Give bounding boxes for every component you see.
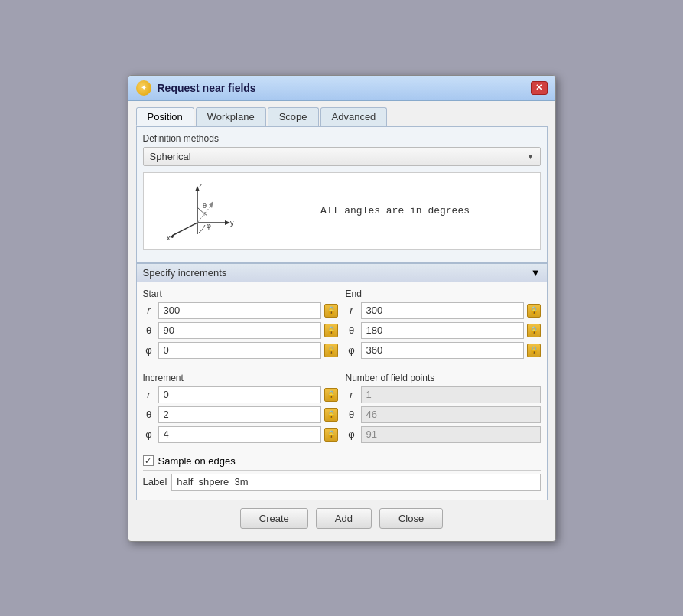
close-window-button[interactable]: ✕ bbox=[531, 81, 548, 95]
end-phi-input[interactable] bbox=[361, 342, 524, 359]
definition-dropdown-container: Spherical Cartesian Cylindrical ▼ bbox=[143, 147, 541, 166]
field-points-column: Number of field points r θ φ bbox=[346, 373, 541, 446]
increment-column: Increment r 🔒 θ 🔒 φ 🔒 bbox=[143, 373, 338, 446]
fieldpoints-r-row: r bbox=[346, 386, 541, 403]
start-phi-input[interactable] bbox=[158, 342, 321, 359]
specify-increments-header[interactable]: Specify increments ▼ bbox=[136, 263, 548, 282]
increment-phi-input[interactable] bbox=[158, 426, 321, 443]
svg-text:z: z bbox=[199, 181, 203, 189]
fieldpoints-phi-symbol: φ bbox=[346, 429, 358, 440]
dialog-body: Position Workplane Scope Advanced Defini… bbox=[128, 101, 555, 541]
increment-r-lock-icon[interactable]: 🔒 bbox=[324, 388, 338, 402]
title-bar: ✦ Request near fields ✕ bbox=[128, 76, 555, 101]
start-phi-lock-icon[interactable]: 🔒 bbox=[324, 344, 338, 357]
diagram-note: All angles are in degrees bbox=[251, 205, 540, 217]
start-r-input[interactable] bbox=[158, 302, 321, 319]
end-theta-symbol: θ bbox=[346, 324, 358, 336]
button-row: Create Add Close bbox=[136, 500, 548, 533]
increment-theta-row: θ 🔒 bbox=[143, 406, 338, 423]
start-column: Start r 🔒 θ 🔒 φ 🔒 bbox=[143, 288, 338, 362]
tab-workplane[interactable]: Workplane bbox=[196, 107, 266, 126]
start-theta-row: θ 🔒 bbox=[143, 322, 338, 339]
tabs-container: Position Workplane Scope Advanced bbox=[136, 107, 548, 126]
title-bar-left: ✦ Request near fields bbox=[136, 80, 256, 96]
svg-text:r: r bbox=[203, 210, 206, 217]
start-r-symbol: r bbox=[143, 305, 155, 316]
fieldpoints-theta-symbol: θ bbox=[346, 409, 358, 420]
increment-r-symbol: r bbox=[143, 389, 155, 400]
label-row: Label bbox=[143, 470, 541, 494]
add-button[interactable]: Add bbox=[316, 508, 372, 529]
end-theta-row: θ 🔒 bbox=[346, 322, 541, 339]
svg-line-4 bbox=[172, 223, 197, 236]
increment-label: Increment bbox=[143, 373, 338, 383]
end-theta-lock-icon[interactable]: 🔒 bbox=[527, 324, 541, 337]
close-button[interactable]: Close bbox=[379, 508, 443, 529]
sample-on-edges-label: Sample on edges bbox=[158, 455, 236, 467]
increment-theta-input[interactable] bbox=[158, 406, 321, 423]
end-phi-symbol: φ bbox=[346, 344, 358, 356]
start-theta-symbol: θ bbox=[143, 324, 155, 336]
increment-fieldpoints-row: Increment r 🔒 θ 🔒 φ 🔒 bbox=[143, 373, 541, 446]
increments-body: Start r 🔒 θ 🔒 φ 🔒 bbox=[136, 282, 548, 500]
spherical-diagram: z y x θ φ r bbox=[144, 181, 251, 242]
increment-phi-symbol: φ bbox=[143, 429, 155, 440]
svg-marker-5 bbox=[170, 233, 175, 238]
sample-on-edges-row: Sample on edges bbox=[143, 451, 541, 470]
end-r-row: r 🔒 bbox=[346, 302, 541, 319]
dialog-icon: ✦ bbox=[136, 80, 151, 96]
increment-r-row: r 🔒 bbox=[143, 386, 338, 403]
end-label: End bbox=[346, 288, 541, 299]
end-r-symbol: r bbox=[346, 305, 358, 316]
start-theta-input[interactable] bbox=[158, 322, 321, 339]
label-key: Label bbox=[143, 476, 167, 487]
increment-phi-lock-icon[interactable]: 🔒 bbox=[324, 428, 338, 442]
start-r-lock-icon[interactable]: 🔒 bbox=[324, 304, 338, 318]
increments-chevron-icon: ▼ bbox=[531, 267, 541, 279]
end-theta-input[interactable] bbox=[361, 322, 524, 339]
label-input[interactable] bbox=[171, 474, 540, 491]
dialog-title: Request near fields bbox=[158, 82, 256, 94]
fieldpoints-r-input bbox=[361, 386, 541, 403]
definition-methods-label: Definition methods bbox=[143, 133, 541, 144]
field-points-label: Number of field points bbox=[346, 373, 541, 383]
start-phi-symbol: φ bbox=[143, 344, 155, 356]
request-near-fields-dialog: ✦ Request near fields ✕ Position Workpla… bbox=[128, 75, 556, 542]
svg-text:y: y bbox=[230, 219, 234, 227]
svg-text:φ: φ bbox=[207, 222, 211, 230]
fieldpoints-r-symbol: r bbox=[346, 389, 358, 400]
tab-advanced[interactable]: Advanced bbox=[320, 107, 388, 126]
increment-theta-symbol: θ bbox=[143, 409, 155, 420]
create-button[interactable]: Create bbox=[240, 508, 308, 529]
specify-increments-label: Specify increments bbox=[143, 267, 227, 279]
increment-theta-lock-icon[interactable]: 🔒 bbox=[324, 408, 338, 422]
fieldpoints-theta-input bbox=[361, 406, 541, 423]
svg-text:θ: θ bbox=[203, 202, 207, 210]
start-r-row: r 🔒 bbox=[143, 302, 338, 319]
definition-dropdown[interactable]: Spherical Cartesian Cylindrical bbox=[143, 147, 541, 166]
increment-phi-row: φ 🔒 bbox=[143, 426, 338, 443]
end-r-input[interactable] bbox=[361, 302, 524, 319]
tab-scope[interactable]: Scope bbox=[268, 107, 319, 126]
fieldpoints-phi-row: φ bbox=[346, 426, 541, 443]
fieldpoints-theta-row: θ bbox=[346, 406, 541, 423]
end-r-lock-icon[interactable]: 🔒 bbox=[527, 304, 541, 318]
start-phi-row: φ 🔒 bbox=[143, 342, 338, 359]
increment-r-input[interactable] bbox=[158, 386, 321, 403]
tab-content-position: Definition methods Spherical Cartesian C… bbox=[136, 126, 548, 263]
end-phi-row: φ 🔒 bbox=[346, 342, 541, 359]
diagram-area: z y x θ φ r All angles are in degrees bbox=[143, 172, 541, 250]
start-theta-lock-icon[interactable]: 🔒 bbox=[324, 324, 338, 337]
end-column: End r 🔒 θ 🔒 φ 🔒 bbox=[346, 288, 541, 362]
fieldpoints-phi-input bbox=[361, 426, 541, 443]
svg-text:x: x bbox=[167, 234, 171, 242]
start-end-row: Start r 🔒 θ 🔒 φ 🔒 bbox=[143, 288, 541, 362]
start-label: Start bbox=[143, 288, 338, 299]
tab-position[interactable]: Position bbox=[136, 107, 194, 126]
svg-marker-3 bbox=[225, 220, 230, 225]
end-phi-lock-icon[interactable]: 🔒 bbox=[527, 344, 541, 357]
sample-on-edges-checkbox[interactable] bbox=[143, 455, 154, 466]
